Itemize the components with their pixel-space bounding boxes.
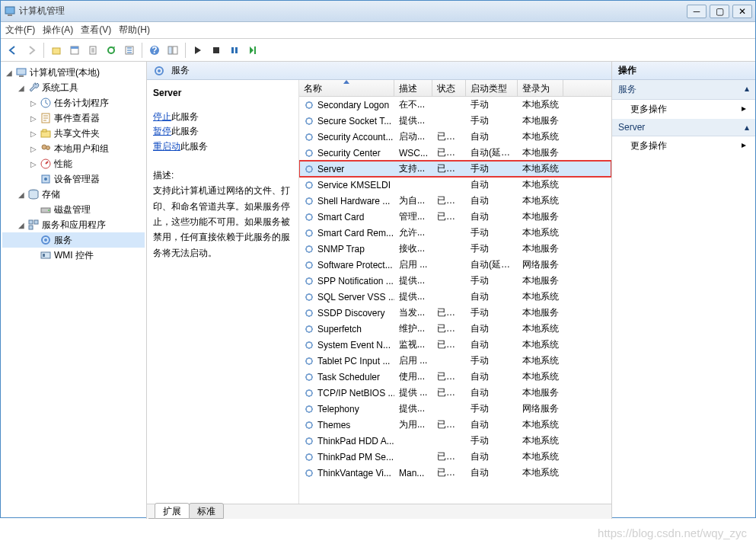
service-row[interactable]: Server支持...已启动手动本地系统 <box>299 161 611 177</box>
tree-item-apps[interactable]: ◢服务和应用程序 <box>2 217 145 232</box>
menu-help[interactable]: 帮助(H) <box>119 24 150 37</box>
restart-button[interactable] <box>245 43 260 58</box>
service-row[interactable]: Security Account...启动...已启动自动本地系统 <box>299 129 611 145</box>
service-name: Secondary Logon <box>317 100 389 110</box>
list-button[interactable] <box>122 43 137 58</box>
twisty-icon[interactable]: ◢ <box>5 69 13 77</box>
service-row[interactable]: Shell Hardware ...为自...已启动自动本地系统 <box>299 193 611 209</box>
service-row[interactable]: Software Protect...启用 ...自动(延迟...网络服务 <box>299 257 611 273</box>
service-row[interactable]: Superfetch维护...已启动自动本地系统 <box>299 321 611 337</box>
up-button[interactable] <box>49 43 64 58</box>
restart-link[interactable]: 重启动 <box>153 141 180 152</box>
service-row[interactable]: Task Scheduler使用...已启动自动本地系统 <box>299 369 611 385</box>
refresh-button[interactable] <box>104 43 119 58</box>
storage-icon <box>27 188 40 200</box>
tab-extended[interactable]: 扩展 <box>155 503 190 519</box>
tree-item-disk[interactable]: 磁盘管理 <box>2 202 145 217</box>
action-group-header[interactable]: Server▴ <box>612 119 755 136</box>
svg-rect-1 <box>8 14 12 16</box>
tree-item-wrench[interactable]: ◢系统工具 <box>2 80 145 95</box>
stop-button[interactable] <box>209 43 224 58</box>
service-row[interactable]: SNMP Trap接收...手动本地服务 <box>299 241 611 257</box>
service-logon: 本地服务 <box>518 114 563 127</box>
maximize-button[interactable]: ▢ <box>710 5 729 18</box>
nav-forward-button[interactable] <box>24 43 39 58</box>
service-startup: 自动 <box>466 450 518 463</box>
play-button[interactable] <box>190 43 206 58</box>
svg-point-38 <box>158 69 161 72</box>
pause-link[interactable]: 暂停 <box>153 126 171 136</box>
tree-item-storage[interactable]: ◢存储 <box>2 187 145 202</box>
nav-back-button[interactable] <box>5 43 21 58</box>
service-row[interactable]: SSDP Discovery当发...已启动手动本地服务 <box>299 305 611 321</box>
twisty-icon[interactable]: ▷ <box>30 160 37 168</box>
tree-item-wmi[interactable]: WMI 控件 <box>2 248 145 263</box>
titlebar[interactable]: 计算机管理 ─ ▢ ✕ <box>1 1 755 22</box>
close-button[interactable]: ✕ <box>732 5 752 18</box>
twisty-icon[interactable]: ◢ <box>18 84 25 92</box>
tree-item-services[interactable]: 服务 <box>2 232 145 248</box>
tree-item-computer[interactable]: ◢计算机管理(本地) <box>2 65 145 80</box>
service-row[interactable]: ThinkPad HDD A...手动本地系统 <box>299 433 611 449</box>
twisty-icon[interactable]: ◢ <box>18 221 25 229</box>
twisty-icon[interactable]: ◢ <box>18 190 25 199</box>
tree-label: 事件查看器 <box>54 112 100 125</box>
properties-button[interactable] <box>67 43 82 58</box>
tree-item-perf[interactable]: ▷性能 <box>2 156 145 171</box>
service-row[interactable]: Themes为用...已启动自动本地系统 <box>299 417 611 433</box>
tree-item-event[interactable]: ▷事件查看器 <box>2 110 145 126</box>
service-row[interactable]: Secondary Logon在不...手动本地系统 <box>299 97 611 113</box>
tree-item-share[interactable]: ▷共享文件夹 <box>2 126 145 141</box>
tree-item-clock[interactable]: ▷任务计划程序 <box>2 95 145 110</box>
export-button[interactable] <box>85 43 100 58</box>
tree-item-users[interactable]: ▷本地用户和组 <box>2 141 145 156</box>
col-desc[interactable]: 描述 <box>394 80 432 96</box>
stop-link[interactable]: 停止 <box>153 111 171 122</box>
tab-standard[interactable]: 标准 <box>189 503 224 519</box>
service-row[interactable]: Telephony提供...手动网络服务 <box>299 401 611 417</box>
col-logon[interactable]: 登录为 <box>518 80 563 96</box>
service-row[interactable]: ThinkPad PM Se...已启动自动本地系统 <box>299 449 611 465</box>
action-group-header[interactable]: 服务▴ <box>612 80 755 100</box>
menu-view[interactable]: 查看(V) <box>81 24 111 37</box>
service-logon: 本地系统 <box>518 434 563 447</box>
twisty-icon[interactable]: ▷ <box>30 99 37 107</box>
service-row[interactable]: Security CenterWSC...已启动自动(延迟...本地服务 <box>299 145 611 161</box>
service-startup: 手动 <box>466 226 518 239</box>
minimize-button[interactable]: ─ <box>687 5 707 18</box>
pause-button[interactable] <box>227 43 242 58</box>
service-startup: 自动 <box>466 194 518 207</box>
service-row[interactable]: System Event N...监视...已启动自动本地系统 <box>299 337 611 353</box>
twisty-icon[interactable]: ▷ <box>30 145 37 153</box>
service-row[interactable]: Secure Socket T...提供...手动本地服务 <box>299 113 611 129</box>
action-item[interactable]: 更多操作▸ <box>612 136 755 155</box>
service-row[interactable]: Service KMSELDI自动本地系统 <box>299 177 611 193</box>
collapse-icon: ▴ <box>745 83 749 96</box>
tree-label: 存储 <box>42 188 60 201</box>
list-header[interactable]: 名称 描述 状态 启动类型 登录为 <box>299 80 611 97</box>
service-logon: 本地系统 <box>518 178 563 191</box>
service-row[interactable]: Smart Card管理...已启动自动本地服务 <box>299 209 611 225</box>
twisty-icon[interactable]: ▷ <box>30 114 37 123</box>
service-name: Tablet PC Input ... <box>317 356 390 366</box>
twisty-icon[interactable]: ▷ <box>30 130 37 138</box>
col-startup[interactable]: 启动类型 <box>466 80 518 96</box>
service-row[interactable]: ThinkVantage Vi...Man...已启动自动本地系统 <box>299 465 611 481</box>
action-item[interactable]: 更多操作▸ <box>612 100 755 119</box>
navigation-tree[interactable]: ◢计算机管理(本地)◢系统工具▷任务计划程序▷事件查看器▷共享文件夹▷本地用户和… <box>1 62 147 519</box>
help-button[interactable]: ? <box>147 43 162 58</box>
service-list[interactable]: Secondary Logon在不...手动本地系统Secure Socket … <box>299 97 611 504</box>
service-row[interactable]: SPP Notification ...提供...手动本地服务 <box>299 273 611 289</box>
sidebar-toggle-button[interactable] <box>165 43 180 58</box>
service-row[interactable]: Tablet PC Input ...启用 ...手动本地系统 <box>299 353 611 369</box>
menu-file[interactable]: 文件(F) <box>5 24 35 37</box>
svg-rect-15 <box>254 46 256 54</box>
col-name[interactable]: 名称 <box>299 80 394 96</box>
tree-item-device[interactable]: 设备管理器 <box>2 171 145 187</box>
service-row[interactable]: SQL Server VSS ...提供...自动本地系统 <box>299 289 611 305</box>
service-row[interactable]: Smart Card Rem...允许...手动本地系统 <box>299 225 611 241</box>
col-status[interactable]: 状态 <box>432 80 466 96</box>
menu-action[interactable]: 操作(A) <box>43 24 73 37</box>
service-row[interactable]: TCP/IP NetBIOS ...提供 ...已启动自动本地服务 <box>299 385 611 401</box>
service-startup: 自动 <box>466 466 518 479</box>
